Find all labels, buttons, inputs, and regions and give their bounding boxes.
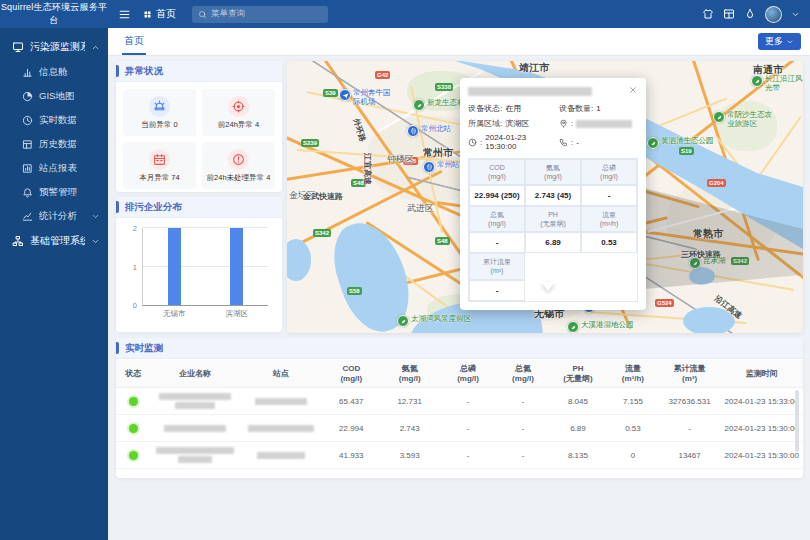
table-cell-value: 65.437 [339,397,363,406]
table-header-cell: COD(mg/l) [322,360,380,387]
gridline [143,266,268,267]
abnormal-card[interactable]: 前24h异常 4 [202,89,275,136]
map-transport-marker[interactable]: 常州奔牛国际机场 [339,89,397,106]
table-body: 65.43712.731--8.0457.155327636.5312024-0… [116,388,803,469]
map-park-marker[interactable]: 长江沿江风光带 [751,75,803,92]
poi-label: 太湖湾风景度假区 [411,315,471,324]
sidebar-item-label: 统计分析 [39,210,77,223]
popup-pointer [541,282,555,291]
monitor-panel: 实时监测 状态企业名称站点COD(mg/l)氨氮(mg/l)总磷(mg/l)总氮… [116,338,803,478]
monitor-panel-header: 实时监测 [116,338,803,359]
table-cell-value: 41.933 [339,451,363,460]
sidebar-item-历史数据[interactable]: 历史数据 [0,132,108,156]
plane-icon [339,89,351,101]
table-cell: 327636.531 [659,397,721,406]
sidebar-item-统计分析[interactable]: 统计分析 [0,204,108,228]
metric-header-cell: 总氮(mg/l) [469,206,525,232]
abnormal-card[interactable]: 当前异常 0 [123,89,196,136]
popup-metrics-table: COD(mg/l)氨氮(mg/l)总磷(mg/l)22.994 (250)2.7… [468,158,638,302]
avatar[interactable] [765,6,782,23]
popup-field-label: : [571,138,573,147]
table-header-cell: PH(无量纲) [549,360,607,387]
chevron-down-icon[interactable] [791,10,800,19]
hamburger-icon[interactable] [118,8,131,21]
status-dot-online [129,424,138,433]
metric-header-cell: COD(mg/l) [469,159,525,185]
app-header: Squirrel生态环境云服务平台 首页 菜单查询 [0,0,810,28]
park-icon [751,75,763,87]
map-park-marker[interactable]: 新龙生态林 [413,99,465,111]
metric-value-cell: - [581,185,637,206]
table-row[interactable]: 41.9333.593--8.1350134672024-01-23 15:30… [116,442,803,469]
sidebar-item-基础管理系统[interactable]: 基础管理系统 [0,228,108,254]
redacted-company-name [468,87,592,96]
table-cell: 0 [607,451,659,460]
metric-header-cell: 氨氮(mg/l) [525,159,581,185]
monitor-icon [12,41,24,53]
map-park-marker[interactable]: 黄泗浦生态公园 [647,137,714,149]
breadcrumb[interactable]: 首页 [143,7,176,21]
abnormal-card[interactable]: 前24h未处理异常 4 [202,142,275,189]
table-cell: 65.437 [322,397,380,406]
abnormal-card-label: 前24h未处理异常 4 [207,173,271,183]
map-park-marker[interactable]: 太湖湾风景度假区 [397,315,471,327]
sidebar-item-站点报表[interactable]: 站点报表 [0,156,108,180]
sidebar-item-label: 站点报表 [39,162,77,175]
realtime-icon [22,115,33,126]
abnormal-card-label: 本月异常 74 [139,173,179,183]
map-park-marker[interactable]: 常阴沙生态农业旅游区 [713,111,773,128]
map-park-marker[interactable]: 大溪港湿地公园 [567,321,634,333]
abnormal-card[interactable]: 本月异常 74 [123,142,196,189]
table-cell-value: 327636.531 [668,397,710,406]
more-button-label: 更多 [765,35,783,48]
table-scrollbar[interactable] [795,390,799,452]
layout-icon[interactable] [723,8,735,20]
sidebar-item-label: 实时数据 [39,114,77,127]
tab-home[interactable]: 首页 [122,28,146,55]
table-header-cell: 总氮(mg/l) [497,360,549,387]
sidebar-item-信息舱[interactable]: 信息舱 [0,60,108,84]
abnormal-cards: 当前异常 0前24h异常 4本月异常 74前24h未处理异常 4 [116,82,282,196]
table-cell-value: 2.743 [400,424,420,433]
sidebar-item-GIS地图[interactable]: GIS地图 [0,84,108,108]
redacted-company-name [156,447,234,454]
redacted-company-name [164,425,226,432]
metric-header-cell: 总磷(mg/l) [581,159,637,185]
theme-skin-icon[interactable] [702,8,714,20]
sidebar-item-label: 污染源监测系统 [30,40,85,54]
search-input[interactable]: 菜单查询 [192,6,328,23]
sidebar-item-实时数据[interactable]: 实时数据 [0,108,108,132]
table-cell-value: 13467 [678,451,700,460]
sidebar-item-预警管理[interactable]: 预警管理 [0,180,108,204]
phone-icon [559,138,568,147]
table-header-cell: 监测时间 [721,360,803,387]
x-axis-label: 无锡市 [152,309,196,319]
chart-panel: 排污企业分布 012无锡市滨湖区 [116,197,282,332]
table-row[interactable]: 65.43712.731--8.0457.155327636.5312024-0… [116,388,803,415]
map-transport-marker[interactable]: 常州站 [423,161,460,173]
flame-icon[interactable] [744,8,756,20]
table-cell-value: 7.155 [623,397,643,406]
park-icon [647,137,659,149]
map-park-marker[interactable]: 昆承湖 [689,257,726,269]
breadcrumb-label: 首页 [156,7,176,21]
more-button[interactable]: 更多 [758,33,801,50]
redacted-site-name [248,425,314,432]
table-cell: 2024-01-23 15:30:00 [721,424,803,433]
table-cell-value: 12.731 [397,397,421,406]
history-icon [22,139,33,150]
abnormal-panel-title: 异常状况 [125,65,163,78]
map-district-label: 武进区 [407,202,434,215]
close-icon[interactable] [628,85,638,95]
table-cell [240,425,322,432]
sidebar-item-污染源监测系统[interactable]: 污染源监测系统 [0,34,108,60]
popup-field-label: 设备状态: [468,103,502,114]
x-axis-label: 滨湖区 [215,309,259,319]
road-badge: G204 [707,179,726,187]
lake-kuncheng [689,267,715,285]
map-transport-marker[interactable]: 常州北站 [407,125,451,137]
table-cell: - [659,424,721,433]
table-row[interactable]: 22.9942.743--6.890.53-2024-01-23 15:30:0… [116,415,803,442]
poi-label: 新龙生态林 [427,99,465,108]
infohub-icon [22,67,33,78]
